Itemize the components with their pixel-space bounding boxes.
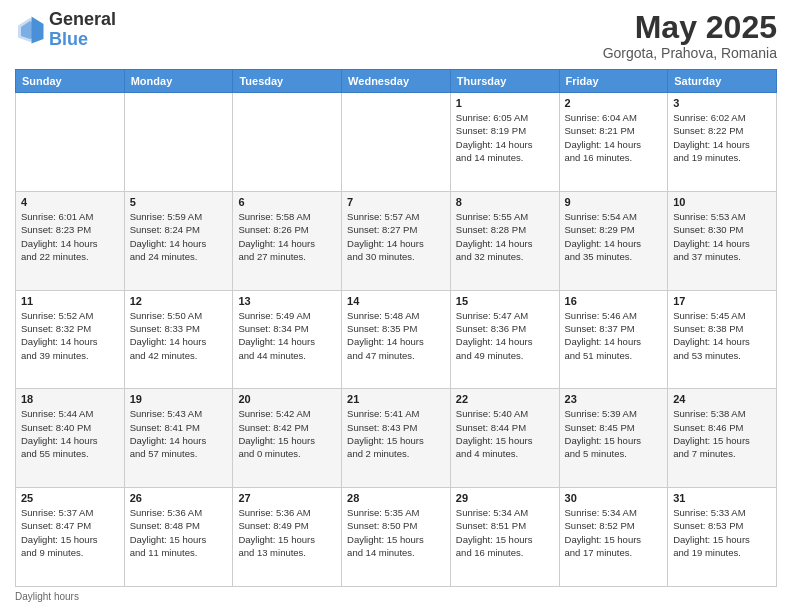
cell-day-number: 25 — [21, 492, 119, 504]
calendar-cell — [124, 93, 233, 192]
cell-info: Sunrise: 5:46 AM Sunset: 8:37 PM Dayligh… — [565, 309, 663, 362]
cell-info: Sunrise: 5:39 AM Sunset: 8:45 PM Dayligh… — [565, 407, 663, 460]
calendar-cell: 3Sunrise: 6:02 AM Sunset: 8:22 PM Daylig… — [668, 93, 777, 192]
logo-text: General Blue — [49, 10, 116, 50]
main-title: May 2025 — [603, 10, 777, 45]
cell-day-number: 4 — [21, 196, 119, 208]
cell-info: Sunrise: 5:45 AM Sunset: 8:38 PM Dayligh… — [673, 309, 771, 362]
cell-day-number: 26 — [130, 492, 228, 504]
calendar-cell: 15Sunrise: 5:47 AM Sunset: 8:36 PM Dayli… — [450, 290, 559, 389]
day-headers-row: SundayMondayTuesdayWednesdayThursdayFrid… — [16, 70, 777, 93]
calendar-cell: 4Sunrise: 6:01 AM Sunset: 8:23 PM Daylig… — [16, 191, 125, 290]
calendar-cell: 23Sunrise: 5:39 AM Sunset: 8:45 PM Dayli… — [559, 389, 668, 488]
week-row-5: 25Sunrise: 5:37 AM Sunset: 8:47 PM Dayli… — [16, 488, 777, 587]
calendar-cell — [233, 93, 342, 192]
cell-day-number: 8 — [456, 196, 554, 208]
cell-info: Sunrise: 5:48 AM Sunset: 8:35 PM Dayligh… — [347, 309, 445, 362]
cell-day-number: 17 — [673, 295, 771, 307]
calendar-cell: 10Sunrise: 5:53 AM Sunset: 8:30 PM Dayli… — [668, 191, 777, 290]
day-header-monday: Monday — [124, 70, 233, 93]
calendar-header: SundayMondayTuesdayWednesdayThursdayFrid… — [16, 70, 777, 93]
cell-day-number: 27 — [238, 492, 336, 504]
cell-day-number: 24 — [673, 393, 771, 405]
cell-info: Sunrise: 5:41 AM Sunset: 8:43 PM Dayligh… — [347, 407, 445, 460]
cell-day-number: 9 — [565, 196, 663, 208]
calendar-cell: 17Sunrise: 5:45 AM Sunset: 8:38 PM Dayli… — [668, 290, 777, 389]
cell-day-number: 30 — [565, 492, 663, 504]
cell-day-number: 16 — [565, 295, 663, 307]
cell-day-number: 23 — [565, 393, 663, 405]
cell-day-number: 31 — [673, 492, 771, 504]
cell-day-number: 11 — [21, 295, 119, 307]
cell-info: Sunrise: 5:47 AM Sunset: 8:36 PM Dayligh… — [456, 309, 554, 362]
logo: General Blue — [15, 10, 116, 50]
cell-info: Sunrise: 5:43 AM Sunset: 8:41 PM Dayligh… — [130, 407, 228, 460]
cell-info: Sunrise: 5:57 AM Sunset: 8:27 PM Dayligh… — [347, 210, 445, 263]
calendar-cell: 24Sunrise: 5:38 AM Sunset: 8:46 PM Dayli… — [668, 389, 777, 488]
day-header-thursday: Thursday — [450, 70, 559, 93]
cell-day-number: 19 — [130, 393, 228, 405]
calendar-cell: 31Sunrise: 5:33 AM Sunset: 8:53 PM Dayli… — [668, 488, 777, 587]
calendar-cell: 7Sunrise: 5:57 AM Sunset: 8:27 PM Daylig… — [342, 191, 451, 290]
cell-info: Sunrise: 5:55 AM Sunset: 8:28 PM Dayligh… — [456, 210, 554, 263]
cell-day-number: 6 — [238, 196, 336, 208]
calendar-cell: 16Sunrise: 5:46 AM Sunset: 8:37 PM Dayli… — [559, 290, 668, 389]
svg-marker-2 — [32, 16, 44, 43]
cell-info: Sunrise: 5:38 AM Sunset: 8:46 PM Dayligh… — [673, 407, 771, 460]
calendar-cell: 25Sunrise: 5:37 AM Sunset: 8:47 PM Dayli… — [16, 488, 125, 587]
calendar-cell — [16, 93, 125, 192]
cell-day-number: 18 — [21, 393, 119, 405]
cell-info: Sunrise: 6:05 AM Sunset: 8:19 PM Dayligh… — [456, 111, 554, 164]
cell-info: Sunrise: 6:01 AM Sunset: 8:23 PM Dayligh… — [21, 210, 119, 263]
cell-info: Sunrise: 5:35 AM Sunset: 8:50 PM Dayligh… — [347, 506, 445, 559]
cell-info: Sunrise: 5:53 AM Sunset: 8:30 PM Dayligh… — [673, 210, 771, 263]
cell-day-number: 29 — [456, 492, 554, 504]
cell-day-number: 10 — [673, 196, 771, 208]
cell-day-number: 7 — [347, 196, 445, 208]
calendar-cell: 14Sunrise: 5:48 AM Sunset: 8:35 PM Dayli… — [342, 290, 451, 389]
week-row-3: 11Sunrise: 5:52 AM Sunset: 8:32 PM Dayli… — [16, 290, 777, 389]
calendar-cell: 8Sunrise: 5:55 AM Sunset: 8:28 PM Daylig… — [450, 191, 559, 290]
cell-day-number: 13 — [238, 295, 336, 307]
calendar-cell: 28Sunrise: 5:35 AM Sunset: 8:50 PM Dayli… — [342, 488, 451, 587]
calendar-cell: 19Sunrise: 5:43 AM Sunset: 8:41 PM Dayli… — [124, 389, 233, 488]
day-header-wednesday: Wednesday — [342, 70, 451, 93]
calendar-cell: 9Sunrise: 5:54 AM Sunset: 8:29 PM Daylig… — [559, 191, 668, 290]
cell-day-number: 1 — [456, 97, 554, 109]
cell-info: Sunrise: 5:58 AM Sunset: 8:26 PM Dayligh… — [238, 210, 336, 263]
cell-info: Sunrise: 5:44 AM Sunset: 8:40 PM Dayligh… — [21, 407, 119, 460]
cell-day-number: 20 — [238, 393, 336, 405]
page: General Blue May 2025 Gorgota, Prahova, … — [0, 0, 792, 612]
cell-day-number: 3 — [673, 97, 771, 109]
logo-line1: General — [49, 10, 116, 30]
calendar-cell: 6Sunrise: 5:58 AM Sunset: 8:26 PM Daylig… — [233, 191, 342, 290]
cell-info: Sunrise: 5:50 AM Sunset: 8:33 PM Dayligh… — [130, 309, 228, 362]
cell-day-number: 15 — [456, 295, 554, 307]
cell-day-number: 21 — [347, 393, 445, 405]
cell-day-number: 28 — [347, 492, 445, 504]
calendar-cell: 1Sunrise: 6:05 AM Sunset: 8:19 PM Daylig… — [450, 93, 559, 192]
calendar-cell: 27Sunrise: 5:36 AM Sunset: 8:49 PM Dayli… — [233, 488, 342, 587]
calendar-cell: 26Sunrise: 5:36 AM Sunset: 8:48 PM Dayli… — [124, 488, 233, 587]
calendar-cell: 11Sunrise: 5:52 AM Sunset: 8:32 PM Dayli… — [16, 290, 125, 389]
day-header-friday: Friday — [559, 70, 668, 93]
calendar-cell — [342, 93, 451, 192]
title-section: May 2025 Gorgota, Prahova, Romania — [603, 10, 777, 61]
calendar-cell: 12Sunrise: 5:50 AM Sunset: 8:33 PM Dayli… — [124, 290, 233, 389]
header: General Blue May 2025 Gorgota, Prahova, … — [15, 10, 777, 61]
cell-day-number: 22 — [456, 393, 554, 405]
cell-info: Sunrise: 5:49 AM Sunset: 8:34 PM Dayligh… — [238, 309, 336, 362]
calendar-cell: 18Sunrise: 5:44 AM Sunset: 8:40 PM Dayli… — [16, 389, 125, 488]
cell-day-number: 2 — [565, 97, 663, 109]
calendar-cell: 5Sunrise: 5:59 AM Sunset: 8:24 PM Daylig… — [124, 191, 233, 290]
day-header-sunday: Sunday — [16, 70, 125, 93]
calendar-cell: 2Sunrise: 6:04 AM Sunset: 8:21 PM Daylig… — [559, 93, 668, 192]
cell-info: Sunrise: 5:52 AM Sunset: 8:32 PM Dayligh… — [21, 309, 119, 362]
calendar-cell: 13Sunrise: 5:49 AM Sunset: 8:34 PM Dayli… — [233, 290, 342, 389]
cell-info: Sunrise: 5:40 AM Sunset: 8:44 PM Dayligh… — [456, 407, 554, 460]
logo-icon — [15, 15, 45, 45]
week-row-4: 18Sunrise: 5:44 AM Sunset: 8:40 PM Dayli… — [16, 389, 777, 488]
calendar-cell: 21Sunrise: 5:41 AM Sunset: 8:43 PM Dayli… — [342, 389, 451, 488]
cell-info: Sunrise: 6:04 AM Sunset: 8:21 PM Dayligh… — [565, 111, 663, 164]
week-row-2: 4Sunrise: 6:01 AM Sunset: 8:23 PM Daylig… — [16, 191, 777, 290]
